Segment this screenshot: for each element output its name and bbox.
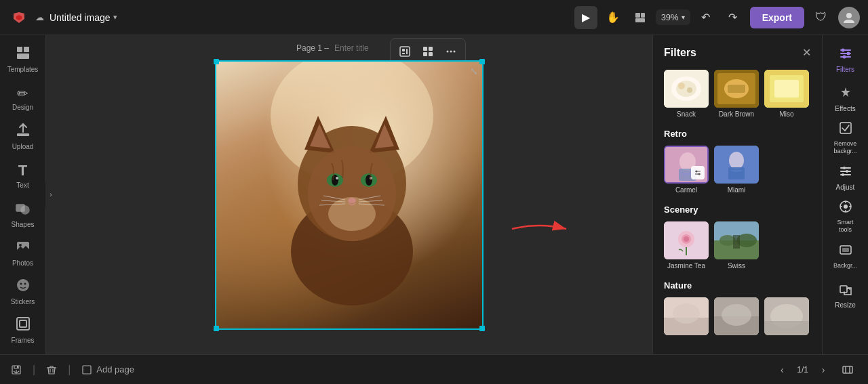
- left-sidebar: Templates ✏ Design Upload T Text: [0, 35, 46, 354]
- main-layout: Templates ✏ Design Upload T Text: [0, 35, 868, 354]
- sidebar-label-text: Text: [16, 182, 28, 189]
- resize-handle-br[interactable]: [479, 326, 485, 331]
- redo-button[interactable]: ↷: [722, 6, 745, 29]
- sidebar-label-resize: Resize: [835, 301, 856, 309]
- add-page-button[interactable]: Add page: [81, 364, 134, 375]
- filter-item-miso[interactable]: Miso: [764, 70, 809, 118]
- filter-item-miami[interactable]: Miami: [714, 146, 759, 194]
- filter-name-miami: Miami: [728, 186, 746, 194]
- filter-grid-retro: Carmel Miami: [664, 146, 811, 194]
- sidebar-item-templates[interactable]: Templates: [4, 41, 42, 78]
- sidebar-item-design[interactable]: ✏ Design: [4, 79, 42, 116]
- pointer-tool-button[interactable]: ▶: [574, 6, 597, 29]
- resize-handle-tr[interactable]: [479, 59, 485, 64]
- hand-tool-button[interactable]: ✋: [601, 6, 625, 29]
- sidebar-item-smart-tools[interactable]: Smarttools: [827, 198, 865, 236]
- delete-page-button[interactable]: [46, 364, 57, 375]
- filter-item-nature2[interactable]: [714, 297, 759, 335]
- sidebar-item-frames[interactable]: Frames: [4, 312, 42, 349]
- svg-rect-20: [402, 53, 405, 54]
- chevron-left-icon: ›: [50, 191, 52, 198]
- select-tool-float-button[interactable]: [395, 41, 415, 62]
- filter-grid-top: Snack Dark Brown: [664, 70, 811, 118]
- zoom-control[interactable]: 39% ▾: [656, 9, 690, 25]
- view-options-button[interactable]: [629, 6, 652, 29]
- filters-close-button[interactable]: ✕: [802, 46, 811, 59]
- filter-item-jasmine-tea[interactable]: Jasmine Tea: [664, 221, 709, 270]
- background-icon: [839, 243, 852, 260]
- svg-rect-19: [406, 49, 408, 54]
- svg-rect-73: [728, 167, 745, 179]
- expand-canvas-button[interactable]: [838, 360, 857, 379]
- filter-item-nature3[interactable]: [764, 297, 809, 335]
- sidebar-item-upload[interactable]: Upload: [4, 118, 42, 155]
- resize-handle-bl[interactable]: [214, 326, 219, 331]
- filters-panel: Filters ✕ Snack: [652, 35, 822, 354]
- sidebar-item-text[interactable]: T Text: [4, 156, 42, 194]
- stickers-icon: [16, 278, 31, 296]
- sidebar-label-remove-bg: Removebackgr...: [833, 140, 856, 155]
- svg-point-53: [676, 81, 696, 97]
- svg-point-70: [698, 173, 701, 175]
- sidebar-item-effects[interactable]: Effects: [827, 80, 865, 118]
- canvas-area: Page 1 –: [46, 35, 652, 354]
- sidebar-item-background[interactable]: Backgr...: [827, 237, 865, 275]
- sidebar-item-photos[interactable]: Photos: [4, 234, 42, 272]
- sidebar-label-stickers: Stickers: [11, 298, 35, 305]
- sidebar-label-photos: Photos: [12, 259, 33, 267]
- sidebar-item-filters[interactable]: Filters: [827, 41, 865, 79]
- undo-button[interactable]: ↶: [694, 6, 717, 29]
- filter-item-dark-brown[interactable]: Dark Brown: [714, 70, 759, 118]
- shield-button[interactable]: 🛡: [810, 6, 833, 29]
- svg-point-99: [842, 55, 846, 58]
- svg-point-97: [841, 48, 844, 51]
- cloud-save-indicator[interactable]: ☁: [35, 12, 44, 22]
- svg-rect-122: [83, 366, 91, 374]
- separator-2: |: [68, 364, 71, 376]
- grid-view-float-button[interactable]: [418, 41, 438, 62]
- more-options-float-button[interactable]: [441, 41, 461, 62]
- filter-name-dark-brown: Dark Brown: [719, 110, 754, 118]
- filter-section-title-nature: Nature: [664, 280, 811, 291]
- file-title[interactable]: Untitled image ▾: [50, 12, 117, 23]
- canvas-image: [216, 62, 482, 328]
- sidebar-item-remove-bg[interactable]: Removebackgr...: [827, 119, 865, 157]
- sidebar-label-upload: Upload: [12, 143, 34, 150]
- filter-thumb-jasmine-tea: [664, 221, 709, 259]
- svg-point-87: [673, 303, 700, 324]
- filter-item-carmel[interactable]: Carmel: [664, 146, 709, 194]
- resize-handle-tl[interactable]: [214, 59, 219, 64]
- svg-point-108: [844, 205, 848, 209]
- svg-point-39: [366, 175, 372, 186]
- export-button[interactable]: Export: [750, 7, 804, 28]
- app-logo[interactable]: [8, 7, 30, 28]
- svg-point-3: [846, 13, 852, 18]
- sidebar-label-adjust: Adjust: [836, 184, 855, 191]
- filter-grid-nature: [664, 297, 811, 335]
- filter-item-nature1[interactable]: [664, 297, 709, 335]
- topbar: ☁ Untitled image ▾ ▶ ✋ 39% ▾ ↶ ↷ Export …: [0, 0, 868, 35]
- filter-thumb-swiss: [714, 221, 759, 259]
- page-indicator: 1/1: [797, 365, 808, 375]
- filter-item-snack[interactable]: Snack: [664, 70, 709, 118]
- sidebar-collapse-toggle[interactable]: ›: [45, 182, 56, 209]
- user-avatar[interactable]: [838, 7, 860, 28]
- sidebar-item-resize[interactable]: Resize: [827, 276, 865, 314]
- sidebar-item-shapes[interactable]: Shapes: [4, 196, 42, 233]
- filter-item-swiss[interactable]: Swiss: [714, 221, 759, 270]
- sidebar-item-stickers[interactable]: Stickers: [4, 273, 42, 310]
- filter-thumb-nature1: [664, 297, 709, 335]
- page-label: Page 1 –: [296, 43, 329, 53]
- filter-thumb-miami: [714, 146, 759, 184]
- svg-rect-2: [635, 18, 645, 22]
- cat-illustration: [216, 62, 482, 328]
- save-to-device-button[interactable]: [11, 364, 22, 375]
- next-page-button[interactable]: ›: [814, 360, 833, 379]
- canvas-frame[interactable]: ⤡: [215, 60, 484, 330]
- prev-page-button[interactable]: ‹: [772, 360, 791, 379]
- photos-icon: [16, 239, 31, 257]
- sidebar-item-adjust[interactable]: Adjust: [827, 158, 865, 196]
- right-sidebar: Filters Effects Removebackgr...: [822, 35, 868, 354]
- filter-thumb-dark-brown: [714, 70, 759, 108]
- filter-section-top: Snack Dark Brown: [653, 67, 822, 126]
